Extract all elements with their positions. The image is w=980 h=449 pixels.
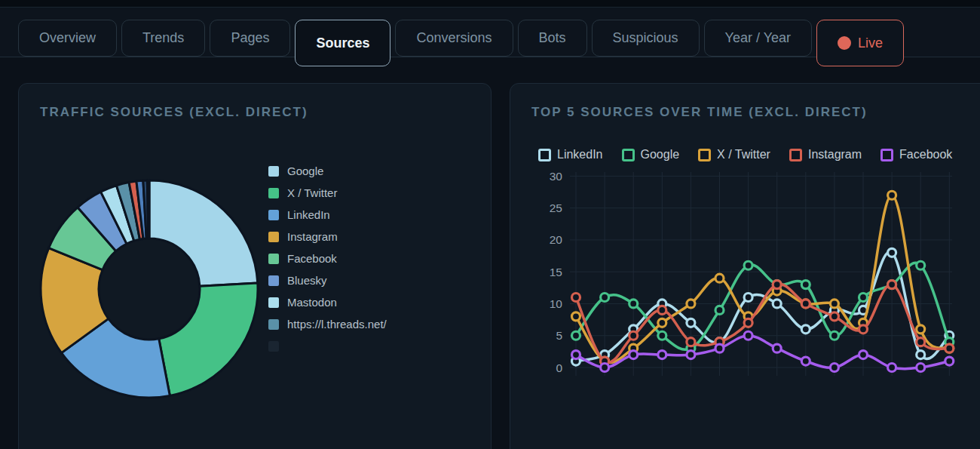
data-point-instagram[interactable] — [859, 325, 868, 334]
tab-sources[interactable]: Sources — [295, 20, 390, 66]
data-point-instagram[interactable] — [801, 300, 810, 308]
data-point-facebook[interactable] — [687, 351, 695, 359]
data-point-google[interactable] — [629, 300, 638, 308]
legend-swatch — [622, 149, 635, 161]
data-point-google[interactable] — [572, 331, 580, 340]
line-legend-item-facebook[interactable]: Facebook — [880, 148, 952, 161]
legend-label: https://l.threads.net/ — [287, 318, 387, 331]
donut-legend-item-x-twitter[interactable]: X / Twitter — [268, 182, 387, 204]
tab-live[interactable]: Live — [816, 20, 904, 66]
data-point-facebook[interactable] — [715, 344, 724, 352]
legend-label: Google — [641, 148, 680, 161]
donut-legend-item-instagram[interactable]: Instagram — [268, 226, 387, 248]
data-point-facebook[interactable] — [629, 351, 638, 359]
donut-legend-item-extra[interactable] — [268, 335, 387, 357]
data-point-x-twitter[interactable] — [572, 312, 580, 321]
line-legend-item-instagram[interactable]: Instagram — [789, 148, 862, 161]
data-point-instagram[interactable] — [658, 306, 666, 314]
data-point-facebook[interactable] — [801, 357, 810, 365]
donut-legend-item-facebook[interactable]: Facebook — [268, 248, 387, 269]
data-point-google[interactable] — [801, 281, 810, 289]
y-axis-tick-label: 25 — [550, 201, 562, 214]
data-point-instagram[interactable] — [888, 281, 896, 289]
legend-label: Google — [287, 165, 323, 177]
data-point-google[interactable] — [744, 261, 752, 269]
traffic-sources-donut-chart[interactable] — [36, 176, 262, 402]
donut-legend-item-bluesky[interactable]: Bluesky — [268, 269, 387, 291]
top5-sources-line-chart[interactable]: 051015202530 — [521, 163, 980, 386]
legend-swatch — [268, 341, 279, 352]
donut-legend-item-google[interactable]: Google — [268, 160, 387, 182]
data-point-google[interactable] — [859, 294, 868, 302]
legend-swatch — [268, 166, 279, 177]
tab-bots[interactable]: Bots — [518, 20, 587, 57]
line-legend-item-google[interactable]: Google — [622, 148, 680, 161]
data-point-x-twitter[interactable] — [917, 325, 925, 334]
data-point-linkedin[interactable] — [888, 248, 896, 257]
data-point-facebook[interactable] — [888, 364, 896, 372]
tab-suspicious[interactable]: Suspicious — [592, 20, 700, 57]
data-point-instagram[interactable] — [572, 294, 580, 302]
donut-legend-item-mastodon[interactable]: Mastodon — [268, 291, 387, 313]
tab-label: Overview — [39, 30, 96, 46]
data-point-linkedin[interactable] — [744, 294, 752, 302]
tab-year-year[interactable]: Year / Year — [704, 20, 812, 57]
top5-sources-panel: TOP 5 SOURCES OVER TIME (EXCL. DIRECT) L… — [510, 83, 980, 449]
legend-label: X / Twitter — [717, 148, 770, 161]
data-point-facebook[interactable] — [945, 357, 954, 365]
donut-slice-x-twitter[interactable] — [159, 283, 258, 395]
data-point-facebook[interactable] — [744, 331, 752, 340]
y-axis-tick-label: 10 — [550, 297, 563, 310]
tab-label: Pages — [231, 30, 269, 46]
data-point-linkedin[interactable] — [773, 300, 781, 308]
data-point-instagram[interactable] — [744, 318, 752, 327]
data-point-instagram[interactable] — [687, 338, 695, 346]
donut-slice-google[interactable] — [149, 180, 258, 286]
data-point-x-twitter[interactable] — [687, 300, 695, 308]
tab-overview[interactable]: Overview — [18, 20, 117, 57]
data-point-facebook[interactable] — [917, 364, 925, 372]
line-legend-item-x-twitter[interactable]: X / Twitter — [698, 148, 770, 161]
data-point-facebook[interactable] — [859, 351, 868, 359]
data-point-instagram[interactable] — [830, 312, 838, 321]
data-point-instagram[interactable] — [917, 338, 925, 346]
legend-label: LinkedIn — [287, 208, 330, 221]
legend-label: LinkedIn — [557, 148, 603, 161]
legend-swatch — [698, 149, 711, 161]
legend-label: Mastodon — [287, 296, 337, 309]
data-point-instagram[interactable] — [945, 344, 954, 352]
data-point-x-twitter[interactable] — [715, 274, 724, 282]
data-point-google[interactable] — [715, 306, 724, 314]
data-point-linkedin[interactable] — [801, 325, 810, 334]
donut-legend-item-https-l-threads-net[interactable]: https://l.threads.net/ — [268, 313, 387, 335]
data-point-facebook[interactable] — [830, 364, 838, 372]
line-legend-item-linkedin[interactable]: LinkedIn — [538, 148, 603, 161]
tab-label: Trends — [142, 30, 184, 46]
tab-pages[interactable]: Pages — [210, 20, 290, 57]
data-point-x-twitter[interactable] — [830, 300, 838, 308]
donut-legend: GoogleX / TwitterLinkedInInstagramFacebo… — [268, 160, 387, 357]
tab-trends[interactable]: Trends — [121, 20, 205, 57]
data-point-google[interactable] — [658, 331, 666, 340]
data-point-linkedin[interactable] — [687, 318, 695, 327]
line-chart-legend: LinkedInGoogleX / TwitterInstagramFacebo… — [538, 148, 952, 161]
data-point-google[interactable] — [601, 294, 609, 302]
data-point-google[interactable] — [830, 331, 838, 340]
data-point-facebook[interactable] — [773, 344, 781, 352]
data-point-facebook[interactable] — [601, 364, 609, 372]
tab-conversions[interactable]: Conversions — [395, 20, 513, 57]
donut-slice-unlabeled[interactable] — [147, 180, 149, 238]
data-point-facebook[interactable] — [572, 351, 580, 359]
legend-swatch — [268, 232, 279, 242]
legend-swatch — [538, 149, 551, 161]
data-point-google[interactable] — [917, 261, 925, 269]
data-point-instagram[interactable] — [629, 331, 638, 340]
data-point-x-twitter[interactable] — [658, 318, 666, 327]
tab-label: Live — [858, 35, 883, 51]
data-point-linkedin[interactable] — [917, 351, 925, 359]
donut-legend-item-linkedin[interactable]: LinkedIn — [268, 204, 387, 226]
data-point-x-twitter[interactable] — [888, 191, 896, 199]
data-point-facebook[interactable] — [658, 351, 666, 359]
data-point-instagram[interactable] — [773, 281, 781, 289]
legend-swatch — [880, 149, 893, 161]
